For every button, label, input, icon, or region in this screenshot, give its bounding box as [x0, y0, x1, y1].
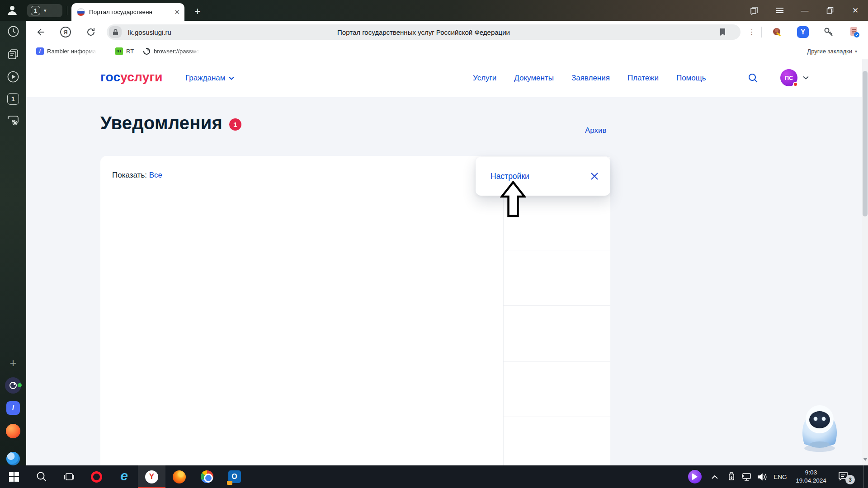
hidden-icons-chevron[interactable]: [705, 465, 724, 488]
minimize-glyph: —: [801, 7, 809, 14]
row-separator: [503, 361, 610, 361]
tab-counter[interactable]: 1 ▾: [27, 4, 62, 17]
close-button[interactable]: ✕: [844, 0, 867, 21]
notes-icon[interactable]: [0, 48, 26, 61]
audience-selector[interactable]: Гражданам: [185, 74, 234, 83]
windows-taskbar: e Y O ENG: [0, 465, 868, 488]
add-panel-plus-icon[interactable]: +: [0, 356, 26, 370]
history-clock-icon[interactable]: [0, 25, 26, 38]
language-indicator[interactable]: ENG: [770, 465, 790, 488]
taskbar-chrome-icon[interactable]: [193, 465, 221, 488]
minimize-button[interactable]: —: [793, 0, 816, 21]
gosuslugi-logo[interactable]: госуслуги: [100, 70, 163, 84]
address-bar[interactable]: lk.gosuslugi.ru Портал государственных у…: [107, 24, 741, 40]
app-panel-rambler-icon[interactable]: /: [0, 401, 26, 415]
user-menu[interactable]: ПС: [780, 69, 809, 86]
scroll-down-arrow[interactable]: [863, 458, 868, 461]
tab-close-icon[interactable]: ✕: [174, 9, 180, 15]
screen: 1 ▾ Портал государственн ✕ + — ✕ Я: [0, 0, 868, 488]
taskbar-opera-icon[interactable]: [83, 465, 110, 488]
bookmark-rt[interactable]: RT RT: [115, 43, 134, 59]
outlook-letter: O: [231, 473, 237, 481]
chevron-down-icon: ▾: [855, 49, 857, 54]
ya-letter: Я: [63, 29, 67, 36]
tab-counter-number: 1: [31, 6, 40, 15]
browser-logo-icon: [143, 47, 151, 55]
alice-assistant-mascot[interactable]: [792, 400, 847, 453]
refresh-icon[interactable]: [85, 26, 97, 38]
yandex-search-icon[interactable]: Я: [60, 26, 71, 38]
bookmark-label: browser://passwo: [154, 48, 199, 55]
volume-icon[interactable]: [754, 465, 770, 488]
bookmark-flag-icon[interactable]: [719, 28, 726, 36]
row-separator: [503, 417, 610, 417]
browser-tab-bar: 1 ▾ Портал государственн ✕ + — ✕: [0, 0, 868, 21]
app-panel-messenger-icon[interactable]: [0, 377, 26, 394]
extension-document-check-icon[interactable]: [848, 25, 861, 39]
show-desktop-button[interactable]: [863, 465, 868, 488]
rambler-icon: /: [36, 47, 44, 55]
outlook-alert-mark: [227, 481, 232, 485]
avatar[interactable]: ПС: [780, 69, 797, 86]
action-center-badge: 3: [845, 475, 855, 484]
back-icon[interactable]: [34, 26, 46, 38]
alice-taskbar-icon[interactable]: [684, 465, 705, 488]
other-bookmarks-button[interactable]: Другие закладки ▾: [807, 43, 857, 59]
nav-services[interactable]: Услуги: [473, 74, 496, 83]
taskbar-clock[interactable]: 9:03 19.04.2024: [790, 469, 832, 485]
taskbar-firefox-icon[interactable]: [165, 465, 193, 488]
profile-avatar-icon[interactable]: [6, 4, 19, 16]
close-glyph: ✕: [852, 7, 859, 14]
network-icon[interactable]: [739, 465, 754, 488]
scrollbar-thumb[interactable]: [863, 71, 868, 216]
logo-red-part: услуги: [120, 70, 163, 84]
close-icon[interactable]: [590, 172, 599, 180]
settings-popup: Настройки: [476, 157, 610, 196]
usb-device-icon[interactable]: [724, 465, 739, 488]
side-panel-icon[interactable]: [742, 0, 766, 21]
app-panel-disk-icon[interactable]: [0, 452, 26, 465]
chevron-down-icon: [803, 76, 809, 80]
extension-translator-icon[interactable]: [770, 25, 784, 39]
action-center-icon[interactable]: 3: [832, 465, 855, 488]
nav-applications[interactable]: Заявления: [571, 74, 610, 83]
filter-label: Показать:: [112, 171, 147, 179]
start-button[interactable]: [0, 465, 28, 488]
extension-yandex-icon[interactable]: Y: [796, 25, 810, 39]
taskbar-yandex-browser-icon[interactable]: Y: [138, 465, 165, 488]
bookmark-rambler[interactable]: / Rambler информа: [36, 43, 96, 59]
app-panel-orange-icon[interactable]: [0, 424, 26, 438]
taskbar-ie-icon[interactable]: e: [110, 465, 138, 488]
archive-link[interactable]: Архив: [585, 126, 607, 135]
bookmark-label: Rambler информа: [47, 48, 96, 55]
restore-button[interactable]: [818, 0, 842, 21]
page-heading: Уведомления 1: [100, 113, 241, 133]
address-bar-menu-icon[interactable]: ⋮: [749, 27, 755, 38]
gosuslugi-header: госуслуги Гражданам Услуги Документы Зая…: [26, 59, 862, 97]
online-status-dot: [18, 383, 22, 387]
tabs-counter-icon[interactable]: 1: [0, 93, 26, 105]
nav-payments[interactable]: Платежи: [627, 74, 659, 83]
task-view-icon[interactable]: [55, 465, 83, 488]
browser-menu-icon[interactable]: [768, 0, 792, 21]
taskbar-search-icon[interactable]: [28, 465, 55, 488]
new-tab-button[interactable]: +: [191, 5, 204, 18]
bookmark-passwords[interactable]: browser://passwo: [143, 43, 199, 59]
extension-password-key-icon[interactable]: [822, 25, 835, 39]
lock-icon[interactable]: [109, 26, 122, 38]
yandex-y-letter: Y: [797, 26, 809, 38]
nav-documents[interactable]: Документы: [514, 74, 554, 83]
nav-help[interactable]: Помощь: [676, 74, 706, 83]
settings-link[interactable]: Настройки: [491, 172, 529, 181]
divider: [67, 6, 67, 15]
yandex-letter: Y: [145, 470, 158, 483]
logo-blue-part: гос: [100, 70, 120, 84]
search-icon[interactable]: [748, 73, 759, 84]
filter-row: Показать: Все: [112, 171, 162, 180]
video-play-icon[interactable]: [0, 70, 26, 83]
unread-count-badge: 1: [229, 118, 241, 131]
browser-tab[interactable]: Портал государственн ✕: [71, 3, 184, 21]
taskbar-outlook-icon[interactable]: O: [221, 465, 248, 488]
screenshot-icon[interactable]: [0, 114, 26, 127]
filter-value-link[interactable]: Все: [149, 171, 162, 179]
